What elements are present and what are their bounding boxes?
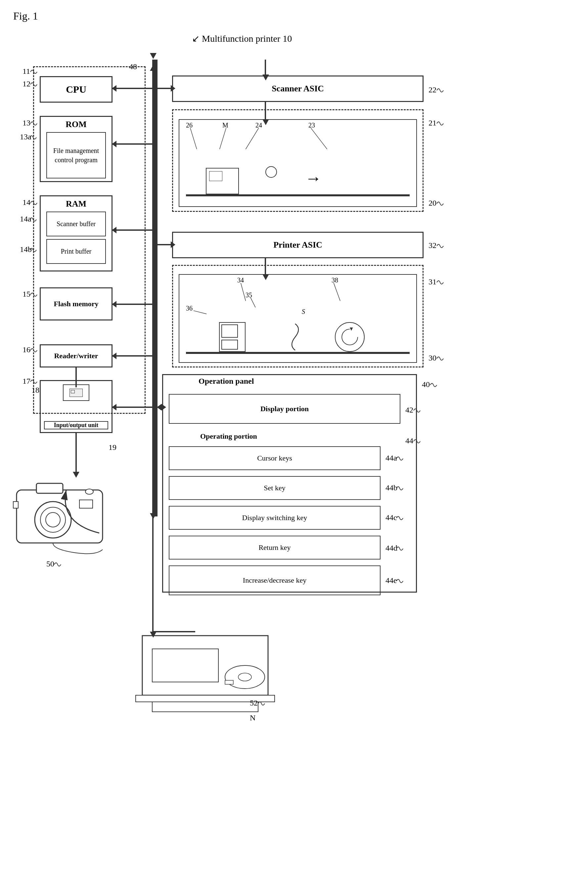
- squiggle-44c: [396, 514, 404, 522]
- camera-arrow: [40, 474, 106, 540]
- mfp-arrow-label: ↙ Multifunction printer 10: [192, 33, 292, 44]
- display-switching-key-box: Display switching key: [169, 506, 381, 530]
- squiggle-30: [436, 355, 444, 363]
- carriage-inner: [209, 171, 222, 181]
- print-carriage: [221, 340, 238, 350]
- main-bus: [152, 60, 158, 516]
- squiggle-15: [30, 291, 38, 299]
- set-key-label: Set key: [264, 484, 285, 492]
- svg-rect-7: [13, 502, 18, 508]
- increase-decrease-key-label: Increase/decrease key: [243, 576, 306, 585]
- print-roller: [335, 322, 364, 352]
- squiggle-13a: [29, 134, 38, 142]
- ram-label: RAM: [66, 199, 86, 209]
- label-N: N: [250, 713, 255, 722]
- print-head-inner: [221, 325, 238, 338]
- ram-box: RAM Scanner buffer Print buffer: [40, 195, 112, 272]
- reader-writer-box: Reader/writer: [40, 344, 112, 367]
- label-30: 30: [429, 353, 436, 362]
- svg-point-21: [238, 673, 252, 681]
- flash-arrow-left: [112, 301, 117, 308]
- svg-line-13: [241, 283, 246, 301]
- flash-memory-box: Flash memory: [40, 287, 112, 320]
- bus-up-arrow: [150, 65, 156, 71]
- label-44e: 44e: [386, 576, 397, 585]
- svg-line-9: [190, 128, 197, 149]
- squiggle-17: [30, 378, 38, 386]
- rom-arrow-left: [112, 141, 117, 147]
- ram-bus-line: [112, 229, 153, 231]
- flash-arrow-right: [152, 301, 157, 308]
- label-44c: 44c: [386, 513, 397, 522]
- printer-asic-box: Printer ASIC: [172, 232, 423, 258]
- svg-line-14: [250, 298, 255, 308]
- svg-rect-22: [225, 680, 233, 684]
- svg-line-16: [333, 283, 340, 301]
- print-buffer-box: Print buffer: [46, 239, 106, 264]
- squiggle-20: [436, 200, 444, 208]
- patent-figure: { "figure": { "label": "Fig. 1" }, "titl…: [0, 0, 588, 875]
- operating-portion-label: Operating portion: [200, 432, 257, 441]
- cpu-arrow-left: [112, 85, 117, 92]
- print-head-outer: [219, 322, 246, 352]
- scanner-to-mech-arrow: [262, 119, 269, 125]
- bus-to-network-vline: [152, 516, 153, 632]
- scanner-asic-label: Scanner ASIC: [272, 84, 324, 94]
- rom-inner-box: File management control program: [46, 132, 106, 179]
- scanner-lamp: [266, 166, 277, 178]
- squiggle-50: [54, 561, 62, 569]
- scan-direction-arrow: →: [305, 170, 322, 186]
- squiggle-42: [413, 407, 421, 415]
- squiggle-44e: [396, 577, 404, 585]
- display-portion-box: Display portion: [169, 394, 400, 424]
- svg-rect-19: [152, 649, 218, 682]
- label-11: 11: [22, 67, 30, 76]
- set-key-box: Set key: [169, 476, 381, 500]
- ram-arrow-left: [112, 227, 117, 233]
- squiggle-40: [429, 381, 438, 389]
- reader-writer-label: Reader/writer: [54, 352, 98, 360]
- top-bus-to-scanner-vline: [265, 60, 266, 75]
- print-buffer-label: Print buffer: [61, 248, 92, 255]
- squiggle-52: [257, 699, 266, 708]
- label-18: 18: [32, 386, 39, 395]
- rom-box: ROM File management control program: [40, 116, 112, 182]
- squiggle-21: [436, 120, 444, 128]
- squiggle-44: [413, 438, 421, 446]
- label-17: 17: [22, 377, 30, 386]
- network-device-drawing: [126, 622, 291, 728]
- label-15: 15: [22, 290, 30, 299]
- squiggle-14b: [29, 246, 38, 254]
- squiggle-44a: [396, 454, 404, 463]
- ram-arrow-right: [152, 227, 157, 233]
- scanner-track: [186, 194, 410, 196]
- bus-to-scanner-arrow: [171, 85, 176, 92]
- bus-to-oppanel-arrow-l: [157, 404, 162, 410]
- cpu-arrow-right: [152, 85, 157, 92]
- flash-bus-line: [112, 304, 153, 305]
- figure-label: Fig. 1: [13, 10, 38, 22]
- svg-line-11: [246, 128, 258, 149]
- label-44: 44: [405, 436, 413, 445]
- printer-asic-to-mech-vline: [265, 258, 266, 275]
- scanner-buffer-label: Scanner buffer: [57, 220, 96, 228]
- network-down-arrow: [150, 631, 156, 637]
- squiggle-14: [30, 199, 38, 207]
- label-22: 22: [429, 86, 436, 94]
- bus-down-arrow: [150, 53, 156, 59]
- squiggle-12: [30, 80, 38, 89]
- return-key-label: Return key: [258, 543, 291, 552]
- scanner-carriage: [206, 168, 239, 194]
- squiggle-11: [30, 68, 38, 76]
- label-44a: 44a: [386, 454, 397, 463]
- squiggle-16: [30, 346, 38, 355]
- label-19: 19: [108, 443, 117, 452]
- bus-to-printer-arrow: [171, 241, 176, 248]
- label-31: 31: [429, 277, 436, 286]
- squiggle-13: [30, 120, 38, 128]
- label-16: 16: [22, 345, 30, 354]
- svg-line-10: [220, 128, 226, 149]
- squiggle-32: [436, 242, 444, 250]
- scanner-asic-box: Scanner ASIC: [172, 75, 423, 102]
- rw-arrow-right: [152, 353, 157, 359]
